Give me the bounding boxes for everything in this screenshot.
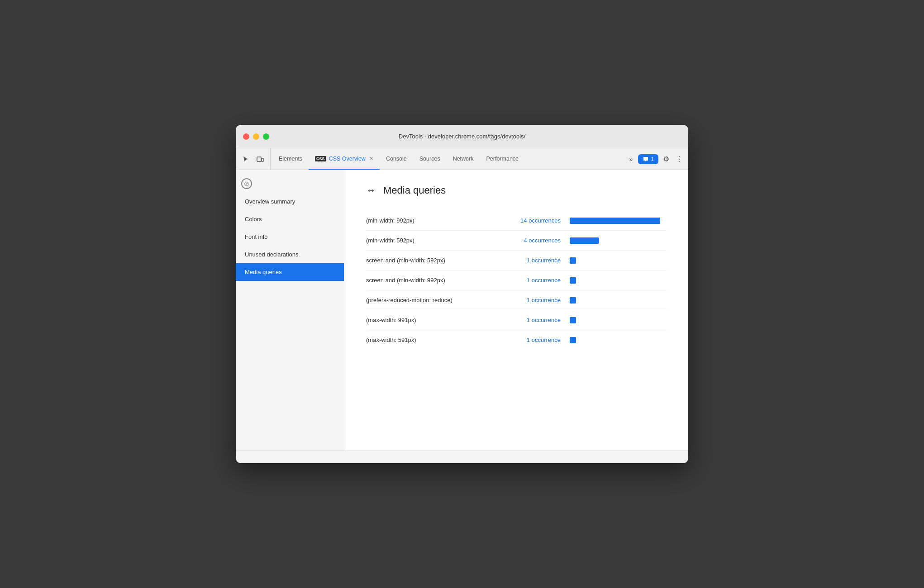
media-queries-icon: ↔: [366, 185, 376, 196]
device-toggle-icon[interactable]: [254, 153, 267, 166]
section-title: ↔ Media queries: [366, 185, 667, 196]
bottom-bar: [236, 450, 688, 463]
query-row[interactable]: (min-width: 992px)14 occurrences: [366, 211, 667, 231]
tab-bar-tools: [239, 148, 271, 170]
query-row[interactable]: (max-width: 591px)1 occurrence: [366, 330, 667, 350]
query-row[interactable]: screen and (min-width: 592px)1 occurrenc…: [366, 251, 667, 270]
sidebar-top: ⊘: [236, 175, 344, 193]
tab-bar-actions: » 1 ⚙ ⋮: [623, 148, 685, 170]
sidebar-item-overview-summary[interactable]: Overview summary: [236, 193, 344, 210]
minimize-button[interactable]: [253, 133, 259, 140]
more-tabs-button[interactable]: »: [627, 154, 636, 165]
query-bar-small: [570, 337, 576, 343]
css-icon: CSS: [315, 156, 326, 161]
tabs-container: Elements CSS CSS Overview ✕ Console Sour…: [272, 148, 623, 170]
title-bar: DevTools - developer.chrome.com/tags/dev…: [236, 125, 688, 148]
tab-elements[interactable]: Elements: [272, 148, 309, 170]
query-label: screen and (min-width: 992px): [366, 277, 493, 284]
query-bar-small: [570, 257, 576, 264]
tab-console[interactable]: Console: [380, 148, 413, 170]
query-row[interactable]: screen and (min-width: 992px)1 occurrenc…: [366, 270, 667, 290]
query-bar-container: [570, 297, 667, 303]
sidebar-item-colors[interactable]: Colors: [236, 210, 344, 228]
query-label: (max-width: 591px): [366, 337, 493, 343]
chat-button[interactable]: 1: [638, 154, 658, 164]
tab-performance[interactable]: Performance: [480, 148, 525, 170]
sidebar-item-unused-declarations[interactable]: Unused declarations: [236, 246, 344, 263]
query-occurrences: 4 occurrences: [502, 237, 561, 244]
query-bar: [570, 218, 660, 224]
query-label: (prefers-reduced-motion: reduce): [366, 297, 493, 303]
sidebar-item-font-info[interactable]: Font info: [236, 228, 344, 246]
query-bar-container: [570, 257, 667, 264]
query-bar-small: [570, 277, 576, 284]
tab-close-icon[interactable]: ✕: [369, 156, 373, 161]
query-label: screen and (min-width: 592px): [366, 257, 493, 264]
no-entry-icon[interactable]: ⊘: [241, 178, 252, 189]
query-bar-container: [570, 218, 667, 224]
sidebar: ⊘ Overview summary Colors Font info Unus…: [236, 170, 344, 450]
devtools-window: DevTools - developer.chrome.com/tags/dev…: [236, 125, 688, 463]
maximize-button[interactable]: [263, 133, 269, 140]
tab-sources[interactable]: Sources: [413, 148, 447, 170]
query-bar-container: [570, 237, 667, 244]
query-occurrences: 1 occurrence: [502, 337, 561, 343]
query-bar-small: [570, 317, 576, 323]
query-label: (min-width: 592px): [366, 237, 493, 244]
query-bar: [570, 237, 599, 244]
query-bar-small: [570, 297, 576, 303]
svg-rect-1: [262, 158, 263, 161]
query-bar-container: [570, 337, 667, 343]
window-title: DevTools - developer.chrome.com/tags/dev…: [399, 133, 525, 140]
section-title-text: Media queries: [383, 185, 446, 196]
more-options-button[interactable]: ⋮: [674, 153, 685, 165]
query-occurrences: 1 occurrence: [502, 257, 561, 264]
tab-css-overview[interactable]: CSS CSS Overview ✕: [309, 148, 380, 170]
query-list: (min-width: 992px)14 occurrences(min-wid…: [366, 211, 667, 350]
query-row[interactable]: (max-width: 991px)1 occurrence: [366, 310, 667, 330]
close-button[interactable]: [243, 133, 249, 140]
settings-button[interactable]: ⚙: [661, 153, 671, 165]
tab-bar: Elements CSS CSS Overview ✕ Console Sour…: [236, 148, 688, 170]
traffic-lights: [243, 133, 269, 140]
query-label: (min-width: 992px): [366, 217, 493, 224]
query-bar-container: [570, 277, 667, 284]
query-occurrences: 1 occurrence: [502, 277, 561, 284]
cursor-icon[interactable]: [239, 153, 252, 166]
tab-network[interactable]: Network: [447, 148, 480, 170]
main-area: ⊘ Overview summary Colors Font info Unus…: [236, 170, 688, 450]
query-row[interactable]: (prefers-reduced-motion: reduce)1 occurr…: [366, 290, 667, 310]
query-occurrences: 14 occurrences: [502, 217, 561, 224]
query-occurrences: 1 occurrence: [502, 297, 561, 303]
sidebar-item-media-queries[interactable]: Media queries: [236, 263, 344, 281]
query-occurrences: 1 occurrence: [502, 317, 561, 323]
content-panel: ↔ Media queries (min-width: 992px)14 occ…: [344, 170, 688, 450]
svg-rect-0: [257, 157, 261, 161]
query-row[interactable]: (min-width: 592px)4 occurrences: [366, 231, 667, 251]
query-bar-container: [570, 317, 667, 323]
query-label: (max-width: 991px): [366, 317, 493, 323]
